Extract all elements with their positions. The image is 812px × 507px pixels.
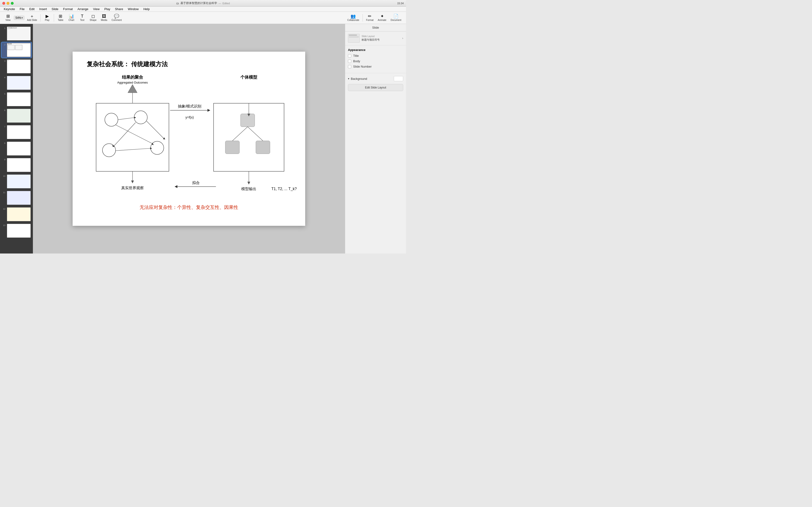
zoom-control[interactable]: 54% ▾ xyxy=(14,15,25,20)
slide-thumb-13[interactable]: 13 xyxy=(1,223,32,238)
table-button[interactable]: ⊞ Table xyxy=(55,13,66,22)
background-color-swatch[interactable] xyxy=(394,76,403,81)
view-button[interactable]: ⊞ View xyxy=(3,13,13,22)
shape-button[interactable]: ◻ Shape xyxy=(88,13,98,22)
body-label: Body xyxy=(353,59,360,63)
edit-slide-layout-button[interactable]: Edit Slide Layout xyxy=(348,84,403,91)
slide-preview-7 xyxy=(7,125,31,139)
menu-keynote[interactable]: Keynote xyxy=(2,7,17,11)
slide-thumb-11[interactable]: 11 xyxy=(1,190,32,206)
tree-edge-left xyxy=(233,127,248,141)
top-label-zh: 抽象/模式识别 xyxy=(178,104,201,108)
title-checkbox[interactable] xyxy=(348,54,351,58)
menu-arrange[interactable]: Arrange xyxy=(75,7,90,11)
edge-2 xyxy=(116,125,152,144)
background-header: ▾ Background xyxy=(348,76,403,81)
left-down-arrow-head xyxy=(131,180,134,183)
menu-view[interactable]: View xyxy=(91,7,101,11)
menu-help[interactable]: Help xyxy=(142,7,152,11)
left-label-en: Aggregated Outcomes xyxy=(117,81,148,84)
close-button[interactable] xyxy=(2,2,5,5)
node-bottom-left xyxy=(102,144,116,157)
text-icon: T xyxy=(81,14,84,18)
zoom-value: 54% xyxy=(15,16,21,19)
chart-button[interactable]: 📊 Chart xyxy=(66,13,77,22)
toolbar-separator-2 xyxy=(54,14,54,21)
titlebar-right: 15:34 xyxy=(397,2,404,5)
background-section: ▾ Background Edit Slide Layout xyxy=(345,73,406,94)
slide-thumb-3[interactable]: 3 slide 3 xyxy=(1,59,32,74)
add-slide-button[interactable]: ＋ Add Slide xyxy=(25,13,39,22)
slide-panel: 1 基于群体智慧的计算社会科学 subtitle text 2 复杂社会系统 xyxy=(0,24,33,253)
right-down-arrow-head xyxy=(247,182,250,184)
title-label: Title xyxy=(353,54,359,58)
menu-slide[interactable]: Slide xyxy=(50,7,60,11)
maximize-button[interactable] xyxy=(11,2,14,5)
slide-thumb-8[interactable]: 8 xyxy=(1,141,32,156)
slide-preview-5 xyxy=(7,92,31,106)
slide-preview-2: 复杂社会系统 xyxy=(7,43,31,57)
format-button[interactable]: ✏ Format xyxy=(364,13,375,22)
slide-preview-3: slide 3 xyxy=(7,59,31,73)
layout-selector[interactable]: Slide Layout 标题与项目符号 › xyxy=(345,32,406,45)
text-button[interactable]: T Text xyxy=(77,13,87,22)
slide-thumb-9[interactable]: 9 xyxy=(1,157,32,173)
menu-window[interactable]: Window xyxy=(126,7,141,11)
right-panel: Slide Slide Layout 标题与项目符号 › Appearance … xyxy=(345,24,406,253)
slide-thumb-10[interactable]: 10 xyxy=(1,174,32,189)
minimize-button[interactable] xyxy=(7,2,9,5)
traffic-lights[interactable] xyxy=(2,2,14,5)
view-icon: ⊞ xyxy=(6,14,10,18)
animate-button[interactable]: ✦ Animate xyxy=(376,13,388,22)
slide-thumb-7[interactable]: 7 xyxy=(1,124,32,140)
menu-file[interactable]: File xyxy=(18,7,27,11)
slide-number-checkbox[interactable] xyxy=(348,65,351,68)
tree-edge-right xyxy=(248,127,263,141)
comment-button[interactable]: 💬 Comment xyxy=(110,13,123,22)
menu-play[interactable]: Play xyxy=(102,7,112,11)
slide-thumb-4[interactable]: 4 xyxy=(1,75,32,91)
slide-preview-13 xyxy=(7,224,31,238)
panel-slide-tab[interactable]: Slide xyxy=(345,24,406,32)
horiz-arrow-top-head xyxy=(207,109,210,112)
body-checkbox-row: Body xyxy=(348,59,403,63)
edited-indicator: — xyxy=(218,2,221,5)
layout-name: 标题与项目符号 xyxy=(362,38,400,42)
layout-chevron-icon[interactable]: › xyxy=(402,37,403,40)
titlebar: 🗂 基于群体智慧的计算社会科学 — Edited 15:34 xyxy=(0,0,406,7)
document-button[interactable]: 📄 Document xyxy=(389,13,403,22)
left-label-zh: 结果的聚合 xyxy=(122,75,143,79)
body-checkbox[interactable] xyxy=(348,60,351,63)
format-icon: ✏ xyxy=(368,14,371,18)
node-top-left xyxy=(105,113,118,126)
menu-share[interactable]: Share xyxy=(113,7,125,11)
tree-right-child xyxy=(256,141,270,154)
zoom-chevron-icon: ▾ xyxy=(21,17,23,19)
tree-left-child xyxy=(225,141,240,154)
slide-thumb-5[interactable]: 5 xyxy=(1,92,32,107)
background-chevron-icon[interactable]: ▾ xyxy=(348,77,349,80)
diagram-svg: 结果的聚合 Aggregated Outcomes 抽象/模式识别 y=f(x) xyxy=(72,52,305,226)
menu-edit[interactable]: Edit xyxy=(28,7,37,11)
edge-4 xyxy=(116,148,150,151)
menu-insert[interactable]: Insert xyxy=(37,7,49,11)
slide-thumb-12[interactable]: 12 xyxy=(1,207,32,222)
menu-format[interactable]: Format xyxy=(61,7,75,11)
slide-canvas[interactable]: 复杂社会系统： 传统建模方法 xyxy=(72,52,305,226)
slide-thumb-6[interactable]: 6 xyxy=(1,108,32,123)
slide-thumb-2[interactable]: 2 复杂社会系统 xyxy=(1,42,32,58)
shape-icon: ◻ xyxy=(91,14,95,18)
toolbar: ⊞ View 54% ▾ ＋ Add Slide ▶ Play ⊞ Table … xyxy=(0,12,406,24)
bottom-arrow-head xyxy=(174,185,177,188)
play-button[interactable]: ▶ Play xyxy=(42,13,52,22)
media-button[interactable]: 🖼 Media xyxy=(99,13,109,22)
title-checkbox-row: Title xyxy=(348,54,403,58)
time-display: 15:34 xyxy=(397,2,404,5)
toolbar-separator-3 xyxy=(362,14,363,21)
play-icon: ▶ xyxy=(46,14,49,18)
chart-icon: 📊 xyxy=(69,14,74,18)
appearance-title: Appearance xyxy=(348,48,403,52)
tree-root xyxy=(241,114,255,127)
slide-thumb-1[interactable]: 1 基于群体智慧的计算社会科学 subtitle text xyxy=(1,26,32,41)
collaborate-button[interactable]: 👥 Collaborate xyxy=(345,13,361,22)
